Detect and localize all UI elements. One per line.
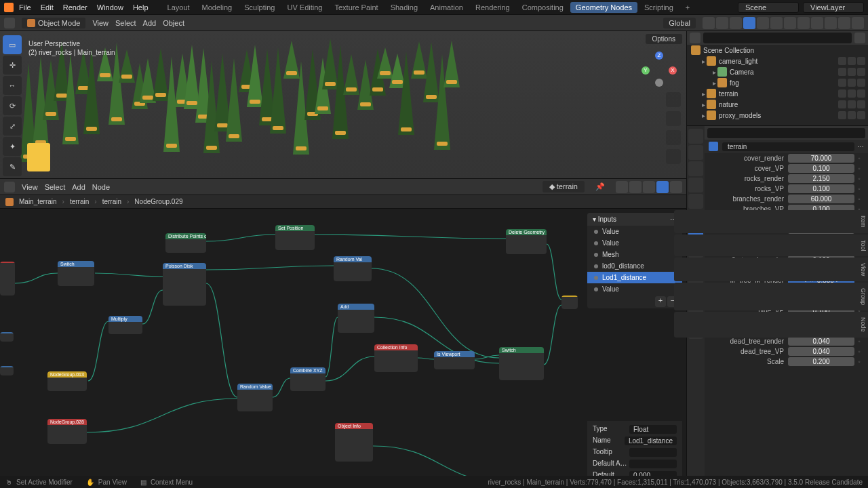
nprop-default-field[interactable] (629, 460, 677, 468)
disclosure-icon[interactable]: ▸ (713, 79, 716, 87)
vp-menu-view[interactable]: View (92, 19, 108, 27)
scene-selector[interactable]: Scene (738, 2, 799, 13)
param-anim-icon[interactable]: ◦ (854, 348, 864, 355)
menu-help[interactable]: Help (133, 3, 149, 12)
geometry-node[interactable] (0, 366, 14, 375)
restrict-viewport-icon[interactable] (848, 68, 856, 76)
geometry-node[interactable] (561, 296, 578, 309)
disclosure-icon[interactable]: ▸ (702, 101, 705, 108)
ne-btn-2-icon[interactable] (629, 181, 642, 193)
restrict-select-icon[interactable] (838, 100, 846, 108)
group-input-row[interactable]: Mesh (587, 249, 682, 260)
param-value-field[interactable]: 0.040 (788, 347, 854, 356)
vp-menu-select[interactable]: Select (115, 19, 136, 27)
ne-menu-node[interactable]: Node (92, 183, 110, 191)
param-anim-icon[interactable]: ◦ (854, 358, 864, 365)
geometry-node[interactable]: NodeGroup.013 (47, 371, 87, 391)
menu-edit[interactable]: Edit (41, 3, 54, 12)
restrict-select-icon[interactable] (838, 57, 846, 65)
outliner-type-icon[interactable] (690, 33, 701, 43)
overlay-toggle-icon[interactable] (757, 17, 769, 29)
workspace-tab[interactable]: Rendering (470, 2, 515, 13)
shading-options-icon[interactable] (852, 17, 864, 29)
restrict-viewport-icon[interactable] (848, 111, 856, 119)
restrict-render-icon[interactable] (857, 57, 865, 65)
workspace-tab[interactable]: Sculpting (239, 2, 280, 13)
group-input-row[interactable]: Value (587, 237, 682, 249)
pan-icon[interactable] (666, 111, 681, 126)
disclosure-icon[interactable]: ▸ (702, 90, 705, 98)
workspace-tab[interactable]: UV Editing (281, 2, 328, 13)
ne-btn-3-icon[interactable] (643, 181, 655, 193)
param-anim-icon[interactable]: ◦ (854, 185, 864, 192)
workspace-tab[interactable]: Animation (425, 2, 469, 13)
restrict-select-icon[interactable] (838, 89, 846, 98)
zoom-icon[interactable] (666, 92, 681, 107)
snap-toggle-icon[interactable] (703, 17, 715, 29)
restrict-select-icon[interactable] (838, 79, 846, 87)
nprop-name-field[interactable]: Lod1_distance (625, 436, 677, 445)
geometry-node[interactable]: Set Position (275, 225, 315, 250)
shading-solid-icon[interactable] (743, 17, 755, 29)
workspace-tab[interactable]: Texture Paint (329, 2, 383, 13)
tool-annotate-icon[interactable]: ✎ (3, 157, 22, 176)
nprop-type-field[interactable]: Float (629, 425, 677, 434)
modifier-header[interactable]: terrain ⋯ (705, 140, 868, 153)
ptab-scene-icon[interactable] (688, 178, 703, 192)
node-sidebar-tab[interactable]: Group (674, 283, 868, 310)
editor-type-icon[interactable] (4, 18, 15, 28)
node-sidebar-tab[interactable]: Item (674, 210, 868, 233)
nprop-tooltip-field[interactable] (629, 448, 677, 457)
axis-neg-icon[interactable] (655, 79, 663, 87)
overlay-options-icon[interactable] (770, 17, 783, 29)
outliner-search-input[interactable] (703, 33, 852, 43)
modifier-name-field[interactable]: terrain (722, 142, 854, 151)
restrict-viewport-icon[interactable] (848, 100, 856, 108)
display-render-icon[interactable] (838, 17, 850, 29)
menu-file[interactable]: File (19, 3, 31, 12)
param-anim-icon[interactable]: ◦ (854, 195, 864, 203)
geometry-node[interactable]: NodeGroup.028 (47, 419, 87, 444)
shading-wire-icon[interactable] (730, 17, 742, 29)
outliner-root[interactable]: Scene Collection (703, 47, 754, 54)
ne-btn-5-icon[interactable] (670, 181, 682, 193)
ptab-viewlayer-icon[interactable] (688, 161, 703, 176)
param-value-field[interactable]: 70.000 (788, 154, 854, 163)
tool-transform-icon[interactable]: ✦ (3, 137, 22, 156)
orientation-dropdown[interactable]: Global (663, 18, 696, 28)
group-input-row[interactable]: Lod1_distance (587, 272, 682, 283)
outliner-filter-icon[interactable] (854, 33, 865, 43)
tool-scale-icon[interactable]: ⤢ (3, 117, 22, 136)
properties-search-input[interactable] (707, 128, 865, 138)
vp-menu-object[interactable]: Object (163, 19, 184, 27)
add-workspace-button[interactable]: + (680, 2, 695, 13)
crumb-0[interactable]: Main_terrain (19, 198, 57, 205)
modifier-options-icon[interactable]: ⋯ (857, 143, 864, 150)
outliner-row[interactable]: ▸terrain (687, 88, 868, 99)
menu-render[interactable]: Render (63, 3, 87, 12)
3d-viewport[interactable]: ▭ ✛ ↔ ⟳ ⤢ ✦ ✎ User Perspective (2) river… (0, 31, 686, 179)
workspace-tab[interactable]: Shading (385, 2, 423, 13)
restrict-render-icon[interactable] (857, 100, 865, 108)
geometry-node[interactable]: Multiply (108, 316, 142, 334)
node-editor-canvas[interactable]: ▾ Inputs⋯ ValueValueMeshlod0_distanceLod… (0, 209, 686, 488)
disclosure-icon[interactable]: ▸ (702, 58, 705, 65)
geometry-node[interactable]: Is Viewport (434, 351, 475, 369)
param-anim-icon[interactable]: ◦ (854, 338, 864, 345)
menu-window[interactable]: Window (97, 3, 123, 12)
navigation-gizmo[interactable]: Z X Y (642, 52, 677, 87)
geometry-node[interactable]: Distribute Points on Faces (165, 233, 206, 253)
node-sidebar-tab[interactable]: View (674, 258, 868, 281)
geometry-node[interactable]: Random Val (334, 256, 372, 281)
ptab-render-icon[interactable] (688, 129, 703, 144)
restrict-render-icon[interactable] (857, 79, 865, 87)
workspace-tab[interactable]: Geometry Nodes (570, 2, 637, 13)
group-input-row[interactable]: lod0_distance (587, 260, 682, 272)
group-input-row[interactable]: Value (587, 226, 682, 237)
restrict-viewport-icon[interactable] (848, 79, 856, 87)
axis-z-icon[interactable]: Z (655, 52, 663, 60)
ptab-output-icon[interactable] (688, 145, 703, 160)
ne-menu-select[interactable]: Select (45, 183, 66, 191)
display-matprev-icon[interactable] (825, 17, 837, 29)
geometry-node[interactable]: Random Value (237, 384, 273, 411)
